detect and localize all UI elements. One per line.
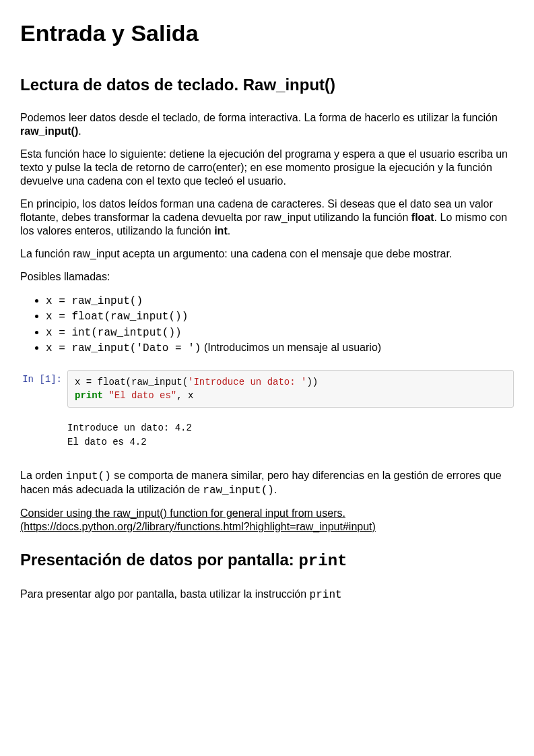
- section2-p1: Para presentar algo por pantalla, basta …: [20, 588, 514, 602]
- section1-p3: En principio, los datos leídos forman un…: [20, 197, 514, 238]
- code: x = raw_input('Dato = '): [46, 342, 201, 354]
- code-print: print: [298, 552, 347, 570]
- code-print: print: [310, 589, 342, 601]
- section1-p1: Podemos leer datos desde el teclado, de …: [20, 111, 514, 138]
- code: x = float(raw_input(: [75, 377, 188, 387]
- reference-link[interactable]: Consider using the raw_input() function …: [20, 507, 514, 534]
- strong-float: float: [411, 212, 434, 223]
- section1-p4: La función raw_input acepta un argumento…: [20, 247, 514, 261]
- text: Podemos leer datos desde el teclado, de …: [20, 112, 498, 123]
- text: La orden: [20, 470, 66, 481]
- code-keyword: print: [75, 390, 103, 401]
- list-item: x = int(raw_intput()): [46, 325, 514, 341]
- text: (Introducimos un mensaje al usuario): [201, 342, 381, 353]
- strong-raw-input: raw_input(): [20, 125, 78, 137]
- strong-int: int: [214, 225, 228, 237]
- cell-input[interactable]: x = float(raw_input('Introduce un dato: …: [67, 370, 514, 408]
- examples-list: x = raw_input() x = float(raw_input()) x…: [20, 293, 514, 356]
- code: x = int(raw_intput()): [46, 327, 182, 339]
- cell-prompt: In [1]:: [20, 370, 67, 408]
- list-item: x = raw_input('Dato = ') (Introducimos u…: [46, 340, 514, 356]
- text: .: [274, 484, 277, 495]
- section1-heading: Lectura de datos de teclado. Raw_input(): [20, 75, 514, 95]
- list-item: x = float(raw_input()): [46, 309, 514, 325]
- code: , x: [176, 390, 193, 401]
- text: .: [78, 125, 81, 137]
- section1-p2: Esta función hace lo siguiente: detiene …: [20, 148, 514, 188]
- list-item: x = raw_input(): [46, 293, 514, 309]
- notebook-output-row: Introduce un dato: 4.2 El dato es 4.2: [20, 417, 514, 449]
- section2-heading: Presentación de datos por pantalla: prin…: [20, 550, 514, 571]
- section1-p5: Posibles llamadas:: [20, 270, 514, 284]
- code-raw-input: raw_input(): [203, 484, 274, 497]
- section1-p6: La orden input() se comporta de manera s…: [20, 469, 514, 497]
- code: x = float(raw_input()): [46, 311, 188, 323]
- cell-output: Introduce un dato: 4.2 El dato es 4.2: [67, 417, 514, 449]
- code-string: "El dato es": [108, 390, 176, 401]
- output-prompt: [20, 417, 67, 449]
- code-input: input(): [66, 470, 111, 482]
- code-string: 'Introduce un dato: ': [188, 377, 306, 387]
- code: x = raw_input(): [46, 295, 143, 307]
- page-title: Entrada y Salida: [20, 19, 514, 48]
- code: )): [306, 377, 318, 387]
- text: Presentación de datos por pantalla:: [20, 550, 298, 569]
- notebook-cell: In [1]: x = float(raw_input('Introduce u…: [20, 370, 514, 408]
- text: Para presentar algo por pantalla, basta …: [20, 588, 310, 600]
- text: .: [228, 225, 230, 237]
